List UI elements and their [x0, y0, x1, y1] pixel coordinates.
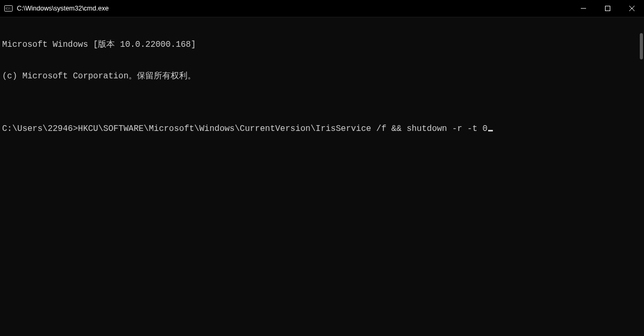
close-button[interactable]	[620, 0, 644, 17]
cmd-icon: C:\	[4, 4, 13, 13]
titlebar[interactable]: C:\ C:\Windows\system32\cmd.exe	[0, 0, 644, 17]
window-title: C:\Windows\system32\cmd.exe	[17, 5, 108, 12]
prompt-text: C:\Users\22946>	[2, 124, 78, 134]
terminal-output[interactable]: Microsoft Windows [版本 10.0.22000.168] (c…	[0, 17, 644, 336]
cmd-window: C:\ C:\Windows\system32\cmd.exe Microsof…	[0, 0, 644, 336]
svg-rect-3	[606, 6, 610, 11]
scrollbar-thumb[interactable]	[640, 33, 643, 59]
banner-line-1: Microsoft Windows [版本 10.0.22000.168]	[2, 39, 644, 50]
maximize-button[interactable]	[596, 0, 620, 17]
prompt-line: C:\Users\22946>HKCU\SOFTWARE\Microsoft\W…	[2, 124, 644, 134]
minimize-button[interactable]	[571, 0, 596, 17]
command-text: HKCU\SOFTWARE\Microsoft\Windows\CurrentV…	[78, 124, 488, 134]
banner-line-2: (c) Microsoft Corporation。保留所有权利。	[2, 71, 644, 82]
scrollbar-track[interactable]	[636, 17, 644, 336]
svg-text:C:\: C:\	[6, 6, 11, 11]
text-cursor	[488, 130, 493, 131]
